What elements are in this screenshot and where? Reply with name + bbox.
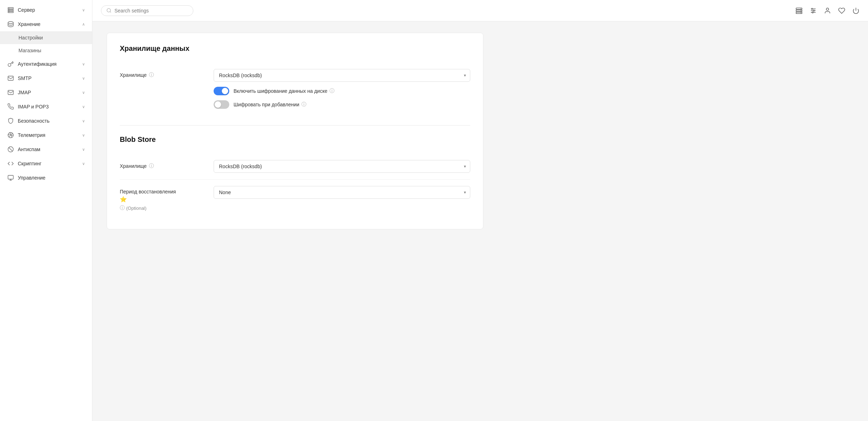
sidebar-item-management[interactable]: Управление xyxy=(0,171,92,185)
sidebar-item-antispam[interactable]: Антиспам ∨ xyxy=(0,142,92,156)
smtp-chevron-icon: ∨ xyxy=(82,76,85,81)
sidebar-item-scripting-label: Скриптинг xyxy=(18,161,79,166)
sliders-icon[interactable] xyxy=(810,7,817,14)
encrypt-disk-toggle-row: Включить шифрование данных на диске ⓘ xyxy=(214,87,470,95)
search-box[interactable] xyxy=(101,5,193,16)
sidebar-item-storage-shops[interactable]: Магазины xyxy=(0,44,92,57)
svg-rect-7 xyxy=(8,76,14,80)
sidebar-item-imap-label: IMAP и POP3 xyxy=(18,104,79,110)
blob-storage-field-row: Хранилище ⓘ RocksDB (rocksdb) SQLite S3 … xyxy=(120,154,470,179)
imap-icon xyxy=(7,103,14,110)
sidebar-item-security[interactable]: Безопасность ∨ xyxy=(0,114,92,128)
sidebar-item-storage-shops-label: Магазины xyxy=(18,48,85,53)
sidebar-item-scripting[interactable]: Скриптинг ∨ xyxy=(0,156,92,171)
svg-rect-11 xyxy=(8,175,14,179)
encrypt-disk-label: Включить шифрование данных на диске ⓘ xyxy=(234,88,334,94)
encrypt-add-label: Шифровать при добавлении ⓘ xyxy=(234,101,306,108)
jmap-chevron-icon: ∨ xyxy=(82,90,85,95)
heart-icon[interactable] xyxy=(838,7,845,14)
sidebar-item-jmap[interactable]: JMAP ∨ xyxy=(0,85,92,100)
recovery-period-select[interactable]: None 1 день 7 дней 30 дней xyxy=(214,186,470,199)
security-icon xyxy=(7,117,14,124)
storage-icon xyxy=(7,21,14,28)
management-icon xyxy=(7,174,14,181)
sidebar-item-imap[interactable]: IMAP и POP3 ∨ xyxy=(0,100,92,114)
svg-point-12 xyxy=(107,9,111,12)
data-storage-info-icon[interactable]: ⓘ xyxy=(149,72,154,78)
sidebar-item-server-label: Сервер xyxy=(18,7,79,13)
data-storage-label: Хранилище ⓘ xyxy=(120,69,205,78)
scripting-icon xyxy=(7,160,14,167)
jmap-icon xyxy=(7,89,14,96)
svg-point-6 xyxy=(8,22,14,24)
recovery-period-select-wrapper: None 1 день 7 дней 30 дней ▾ xyxy=(214,186,470,199)
data-storage-title: Хранилище данных xyxy=(120,44,470,53)
data-storage-field-row: Хранилище ⓘ RocksDB (rocksdb) SQLite Fou… xyxy=(120,63,470,115)
recovery-period-info-icon[interactable]: ⓘ xyxy=(120,205,125,211)
main-area: Хранилище данных Хранилище ⓘ RocksDB (ro… xyxy=(92,0,868,421)
data-storage-select[interactable]: RocksDB (rocksdb) SQLite FoundationDB xyxy=(214,69,470,82)
recovery-period-field-row: Период восстановления ⭐ ⓘ (Optional) Non… xyxy=(120,179,470,218)
data-storage-label-text: Хранилище xyxy=(120,72,147,78)
sidebar-item-security-label: Безопасность xyxy=(18,118,79,124)
blob-storage-info-icon[interactable]: ⓘ xyxy=(149,163,154,169)
server-chevron-icon: ∨ xyxy=(82,8,85,12)
user-icon[interactable] xyxy=(824,7,831,14)
encrypt-disk-slider xyxy=(214,87,229,95)
blob-storage-label: Хранилище ⓘ xyxy=(120,160,205,169)
svg-point-16 xyxy=(800,8,801,9)
svg-point-23 xyxy=(813,10,814,11)
recovery-period-label-text: Период восстановления xyxy=(120,189,176,194)
encrypt-add-toggle-row: Шифровать при добавлении ⓘ xyxy=(214,100,470,109)
sidebar-item-storage-settings[interactable]: Настройки xyxy=(0,31,92,44)
telemetry-chevron-icon: ∨ xyxy=(82,133,85,138)
antispam-chevron-icon: ∨ xyxy=(82,147,85,152)
blob-storage-label-text: Хранилище xyxy=(120,163,147,169)
sidebar-item-storage[interactable]: Хранение ∧ xyxy=(0,17,92,31)
sidebar-item-smtp[interactable]: SMTP ∨ xyxy=(0,71,92,85)
svg-point-24 xyxy=(812,12,813,13)
antispam-icon xyxy=(7,146,14,153)
encrypt-add-slider xyxy=(214,100,229,109)
telemetry-icon xyxy=(7,132,14,139)
security-chevron-icon: ∨ xyxy=(82,119,85,123)
svg-point-25 xyxy=(826,8,829,10)
encrypt-disk-toggle[interactable] xyxy=(214,87,229,95)
sidebar-item-jmap-label: JMAP xyxy=(18,90,79,95)
storage-chevron-icon: ∧ xyxy=(82,22,85,27)
sidebar: Сервер ∨ Хранение ∧ Настройки Магазины А… xyxy=(0,0,92,421)
section-divider xyxy=(120,125,470,126)
power-icon[interactable] xyxy=(852,7,859,14)
server-icon xyxy=(7,6,14,14)
smtp-icon xyxy=(7,75,14,82)
sidebar-item-auth[interactable]: Аутентификация ∨ xyxy=(0,57,92,71)
search-input[interactable] xyxy=(114,8,188,14)
svg-point-5 xyxy=(9,12,10,12)
blob-storage-select[interactable]: RocksDB (rocksdb) SQLite S3 xyxy=(214,160,470,173)
svg-point-3 xyxy=(9,8,10,9)
encrypt-add-toggle[interactable] xyxy=(214,100,229,109)
sidebar-item-storage-label: Хранение xyxy=(18,21,79,27)
blob-store-title: Blob Store xyxy=(120,135,470,144)
disk-icon[interactable] xyxy=(795,7,803,14)
encrypt-disk-info-icon[interactable]: ⓘ xyxy=(329,88,334,94)
data-storage-control: RocksDB (rocksdb) SQLite FoundationDB ▾ xyxy=(214,69,470,109)
sidebar-item-management-label: Управление xyxy=(18,175,85,181)
blob-storage-control: RocksDB (rocksdb) SQLite S3 ▾ xyxy=(214,160,470,173)
recovery-period-control: None 1 день 7 дней 30 дней ▾ xyxy=(214,186,470,199)
settings-card: Хранилище данных Хранилище ⓘ RocksDB (ro… xyxy=(107,33,483,229)
sidebar-item-server[interactable]: Сервер ∨ xyxy=(0,3,92,17)
svg-point-4 xyxy=(9,10,10,11)
sidebar-item-smtp-label: SMTP xyxy=(18,75,79,81)
sidebar-item-storage-settings-label: Настройки xyxy=(18,35,85,41)
svg-point-22 xyxy=(811,8,813,9)
svg-point-18 xyxy=(800,12,801,13)
sidebar-item-telemetry[interactable]: Телеметрия ∨ xyxy=(0,128,92,142)
topbar-actions xyxy=(795,7,859,14)
content-area: Хранилище данных Хранилище ⓘ RocksDB (ro… xyxy=(92,21,868,421)
auth-icon xyxy=(7,60,14,68)
sidebar-item-antispam-label: Антиспам xyxy=(18,146,79,152)
recovery-period-label: Период восстановления ⭐ ⓘ (Optional) xyxy=(120,186,205,211)
svg-point-17 xyxy=(800,10,801,11)
encrypt-add-info-icon[interactable]: ⓘ xyxy=(301,101,306,108)
